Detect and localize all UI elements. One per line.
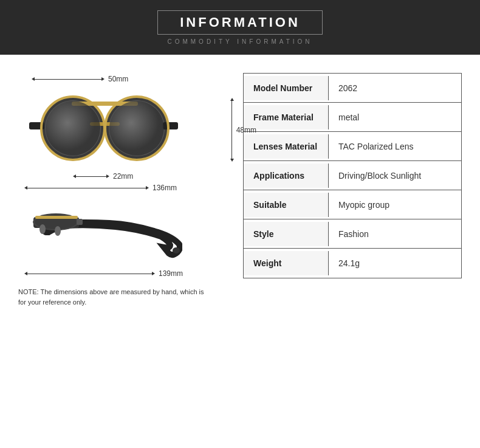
- arrow-139mm: [24, 272, 155, 275]
- tick-right-136: [146, 186, 149, 190]
- header-title-box: INFORMATION: [157, 10, 323, 35]
- header-title: INFORMATION: [180, 15, 300, 30]
- svg-point-8: [46, 101, 100, 156]
- spec-row-0: Model Number2062: [244, 74, 461, 103]
- measurement-136mm: 136mm: [24, 184, 231, 192]
- measurement-48mm: 48mm: [230, 98, 256, 162]
- label-48mm: 48mm: [236, 126, 256, 134]
- spec-value-1: metal: [329, 105, 461, 129]
- tick-bottom-48: [230, 159, 234, 162]
- label-50mm: 50mm: [108, 75, 128, 83]
- spec-label-4: Suitable: [244, 193, 329, 217]
- spec-value-5: Fashion: [329, 222, 461, 246]
- spec-row-6: Weight24.1g: [244, 249, 461, 278]
- arrow-136mm: [24, 186, 149, 190]
- spec-row-1: Frame Materialmetal: [244, 103, 461, 132]
- measurement-22mm: 22mm: [73, 172, 231, 181]
- line-139mm: [27, 274, 152, 274]
- line-22mm: [76, 176, 106, 177]
- specs-table: Model Number2062Frame MaterialmetalLense…: [243, 73, 462, 278]
- spec-row-5: StyleFashion: [244, 219, 461, 249]
- spec-value-0: 2062: [329, 76, 461, 100]
- left-panel: 50mm: [18, 73, 231, 436]
- measurement-50mm: 50mm: [32, 75, 231, 83]
- spec-value-2: TAC Polarized Lens: [329, 134, 461, 159]
- svg-rect-16: [77, 219, 83, 225]
- svg-point-19: [173, 247, 180, 253]
- header: INFORMATION COMMODITY INFORMATION: [0, 0, 480, 55]
- spec-label-3: Applications: [244, 164, 329, 188]
- note-text: NOTE: The dimensions above are measured …: [18, 287, 213, 307]
- spec-label-6: Weight: [244, 251, 329, 275]
- line-50mm: [35, 79, 101, 80]
- tick-right-50: [101, 77, 105, 81]
- arrow-22mm: [73, 174, 109, 178]
- spec-value-4: Myopic group: [329, 193, 461, 217]
- spec-label-1: Frame Material: [244, 105, 329, 129]
- svg-point-18: [55, 226, 61, 236]
- spec-value-6: 24.1g: [329, 251, 461, 275]
- label-22mm: 22mm: [113, 172, 133, 181]
- glasses-side-container: [24, 199, 231, 268]
- arrow-50mm: [32, 77, 105, 81]
- spec-row-2: Lenses MaterialTAC Polarized Lens: [244, 132, 461, 161]
- spec-value-3: Driving/Block Sunlight: [329, 164, 461, 188]
- label-136mm: 136mm: [153, 184, 177, 192]
- spec-label-5: Style: [244, 222, 329, 246]
- spec-row-3: ApplicationsDriving/Block Sunlight: [244, 161, 461, 190]
- measurement-139mm: 139mm: [24, 269, 231, 278]
- spec-label-0: Model Number: [244, 76, 329, 100]
- vline-48: [231, 101, 232, 159]
- svg-point-17: [39, 224, 46, 234]
- main-content: 50mm: [0, 55, 480, 448]
- svg-point-9: [109, 101, 164, 156]
- glasses-front-container: 48mm: [24, 84, 231, 172]
- label-139mm: 139mm: [159, 269, 183, 278]
- svg-rect-7: [163, 122, 178, 129]
- tick-right-22: [106, 174, 109, 178]
- spec-label-2: Lenses Material: [244, 134, 329, 159]
- v-arrow-48: [230, 98, 234, 162]
- svg-rect-15: [35, 216, 78, 219]
- glasses-front-svg: [24, 84, 182, 170]
- tick-right-139: [152, 272, 155, 275]
- glasses-side-svg: [24, 199, 182, 266]
- header-subtitle: COMMODITY INFORMATION: [167, 38, 312, 45]
- line-136mm: [27, 188, 146, 188]
- spec-row-4: SuitableMyopic group: [244, 190, 461, 219]
